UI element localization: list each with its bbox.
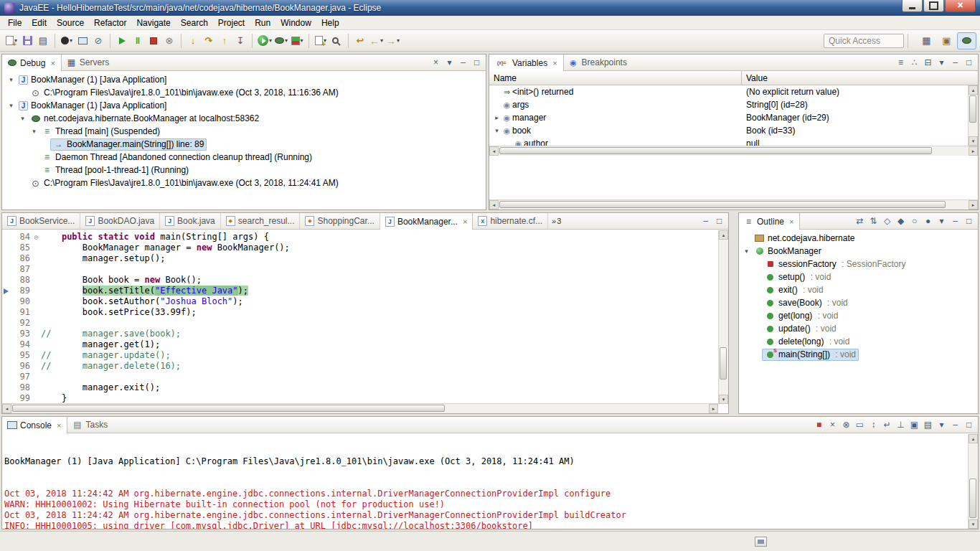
menu-file[interactable]: File — [3, 17, 27, 29]
scroll-left-button[interactable]: ◂ — [489, 200, 499, 209]
menu-navigate[interactable]: Navigate — [131, 17, 175, 29]
hidden-editor-tabs-indicator[interactable]: 3 — [552, 217, 561, 225]
console-vertical-scrollbar[interactable]: ▴ ▾ — [968, 434, 978, 529]
console-output[interactable]: BookManager (1) [Java Application] C:\Pr… — [2, 433, 978, 529]
code-line[interactable]: 91 book.setPrice(33.99f); — [2, 307, 728, 318]
scroll-left-button[interactable]: ◂ — [489, 146, 499, 156]
debug-tree-item[interactable]: C:\Program Files\Java\jre1.8.0_101\bin\j… — [2, 176, 486, 189]
code-line[interactable]: 97 — [2, 372, 728, 382]
console-view-tab[interactable]: Tasks — [67, 417, 113, 433]
minimize-window-button[interactable] — [902, 0, 923, 12]
hide-local-types-button[interactable]: ● — [921, 215, 935, 227]
link-with-editor-button[interactable]: ⇄ — [853, 215, 867, 227]
view-menu-button[interactable]: ▾ — [443, 56, 456, 69]
editor-horizontal-scrollbar[interactable]: ◂ ▸ — [2, 403, 718, 413]
twisty-icon[interactable]: ▾ — [6, 76, 16, 83]
scrollbar-thumb[interactable] — [720, 347, 727, 380]
outline-item[interactable]: sessionFactory : SessionFactory — [739, 258, 978, 270]
step-over-button[interactable] — [201, 32, 217, 50]
step-into-button[interactable] — [185, 32, 201, 50]
code-line[interactable]: 88 Book book = new Book(); — [2, 275, 728, 286]
maximize-button[interactable]: □ — [470, 56, 484, 69]
scrollbar-track[interactable] — [969, 443, 978, 519]
collapse-all-button[interactable]: ⊟ — [921, 56, 935, 69]
new-wizard-button[interactable]: ▾ — [4, 32, 19, 50]
scroll-down-button[interactable]: ▾ — [719, 395, 728, 404]
close-window-button[interactable] — [945, 0, 976, 12]
outline-item[interactable]: delete(long) : void — [739, 335, 978, 348]
open-console-button[interactable]: ▤ — [921, 418, 935, 431]
scrollbar-thumb[interactable] — [499, 201, 946, 208]
outline-item[interactable]: get(long) : void — [739, 309, 978, 322]
debug-tree-item[interactable]: C:\Program Files\Java\jre1.8.0_101\bin\j… — [2, 86, 486, 99]
debug-view-tab[interactable]: Debug× — [2, 55, 62, 71]
code-line[interactable]: 99 } — [2, 393, 728, 403]
editor-tab[interactable]: Book.java — [160, 213, 221, 229]
hide-static-members-button[interactable]: ◆ — [894, 215, 908, 227]
outline-item[interactable]: main(String[]) : void — [739, 348, 978, 361]
step-return-button[interactable] — [217, 32, 232, 50]
variable-row[interactable]: <init>() returned(No explicit return val… — [489, 85, 978, 98]
menu-help[interactable]: Help — [316, 17, 344, 29]
debug-view-tab[interactable]: Servers — [62, 55, 115, 70]
variable-row[interactable]: argsString[0] (id=28) — [489, 98, 978, 111]
close-tab-icon[interactable]: × — [789, 217, 793, 226]
display-selected-console-button[interactable]: ▣ — [908, 418, 921, 431]
editor-tab[interactable]: hibernate.cf... — [473, 213, 548, 229]
scrollbar-track[interactable] — [499, 200, 969, 209]
twisty-icon[interactable]: ▾ — [18, 115, 27, 122]
twisty-icon[interactable]: ▾ — [742, 248, 751, 255]
drop-to-frame-button[interactable] — [232, 32, 248, 50]
menu-refactor[interactable]: Refactor — [89, 17, 131, 29]
minimize-button[interactable]: – — [948, 215, 962, 227]
code-editor[interactable]: 84⊖ public static void main(String[] arg… — [2, 230, 728, 403]
open-console-button[interactable] — [75, 32, 90, 50]
editor-vertical-scrollbar[interactable]: ▴ ▾ — [718, 230, 728, 404]
maximize-button[interactable]: □ — [962, 215, 976, 227]
code-line[interactable]: 84⊖ public static void main(String[] arg… — [2, 232, 728, 242]
debug-button[interactable]: ▾ — [273, 32, 289, 50]
scroll-down-button[interactable]: ▾ — [969, 136, 978, 146]
hide-non-public-members-button[interactable]: ○ — [908, 215, 921, 227]
minimize-button[interactable]: – — [699, 215, 712, 227]
code-line[interactable]: 98 manager.exit(); — [2, 382, 728, 393]
view-menu-button[interactable]: ▾ — [935, 56, 948, 69]
close-tab-icon[interactable]: × — [50, 59, 55, 67]
close-tab-icon[interactable]: × — [463, 217, 467, 226]
maximize-button[interactable]: □ — [962, 56, 976, 69]
scroll-right-button[interactable]: ▸ — [709, 404, 718, 413]
terminate-button[interactable]: ■ — [812, 418, 826, 431]
console-view-tab[interactable]: Console× — [2, 417, 67, 433]
maximize-button[interactable]: □ — [962, 418, 976, 431]
debug-tree-item[interactable]: BookManager.main(String[]) line: 89 — [2, 138, 486, 151]
show-type-names-button[interactable]: ≡ — [894, 56, 908, 69]
hide-fields-button[interactable]: ◇ — [880, 215, 894, 227]
clear-console-button[interactable]: ▭ — [853, 418, 867, 431]
outline-item[interactable]: update() : void — [739, 322, 978, 335]
remove-terminated-button[interactable]: × — [429, 56, 443, 69]
outline-item[interactable]: save(Book) : void — [739, 296, 978, 309]
scrollbar-track[interactable] — [719, 240, 728, 395]
external-tools-button[interactable]: ▾ — [59, 32, 75, 50]
variables-vertical-scrollbar[interactable]: ▴▾ — [968, 85, 978, 146]
minimize-button[interactable]: – — [948, 418, 962, 431]
menu-window[interactable]: Window — [275, 17, 316, 29]
variable-row[interactable]: ▸managerBookManager (id=29) — [489, 111, 978, 124]
editor-tab[interactable]: search_resul... — [221, 213, 301, 229]
outline-item[interactable]: ▾BookManager — [739, 245, 978, 258]
forward-button[interactable]: ▾ — [385, 32, 401, 50]
variable-row[interactable]: ▾bookBook (id=33) — [489, 124, 978, 137]
code-line[interactable]: 93// manager.save(book); — [2, 329, 728, 339]
view-menu-button[interactable]: ▾ — [935, 215, 948, 227]
save-button[interactable] — [19, 32, 35, 50]
code-line[interactable]: 85 BookManager manager = new BookManager… — [2, 242, 728, 253]
menu-project[interactable]: Project — [213, 17, 250, 29]
suspend-button[interactable] — [130, 32, 146, 50]
variables-view-tab[interactable]: Variables× — [489, 55, 564, 71]
menu-edit[interactable]: Edit — [27, 17, 52, 29]
code-line[interactable]: 95// manager.update(); — [2, 350, 728, 361]
remove-launch-button[interactable]: × — [826, 418, 839, 431]
word-wrap-button[interactable]: ↵ — [880, 418, 894, 431]
maximize-button[interactable]: □ — [712, 215, 726, 227]
debug-tree-item[interactable]: Daemon Thread [Abandoned connection clea… — [2, 151, 486, 164]
